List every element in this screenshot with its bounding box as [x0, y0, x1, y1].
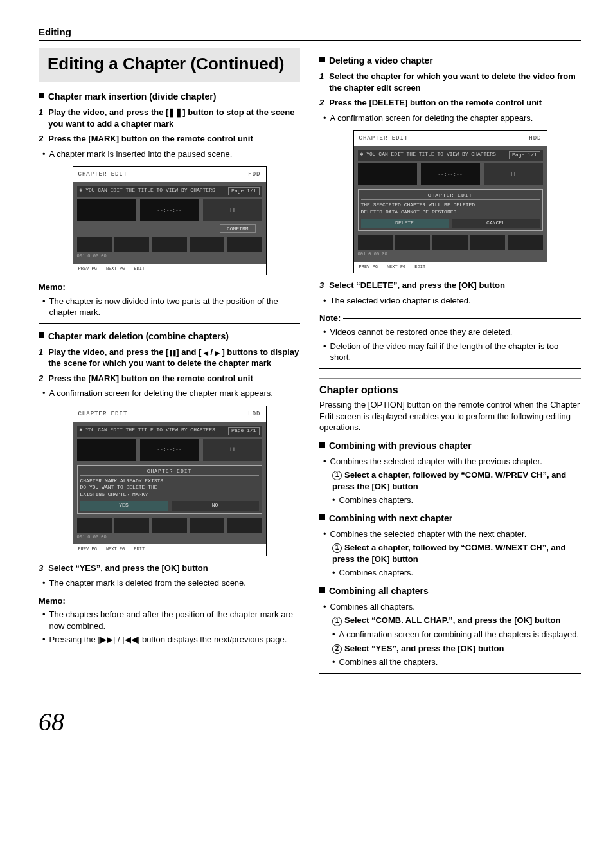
fig-timecode: 001 0:00:00	[77, 534, 262, 540]
bullet: • The selected video chapter is deleted.	[323, 295, 581, 307]
bullet-dot-icon: •	[332, 494, 335, 506]
foot-prev: PREV PG	[78, 547, 97, 552]
t: ] and [	[176, 347, 204, 357]
note-content: Videos cannot be restored once they are …	[330, 327, 513, 338]
step-text: Press the [DELETE] button on the remote …	[329, 97, 542, 109]
square-bullet-icon	[319, 57, 325, 62]
section-c-heading: Deleting a video chapter	[319, 55, 581, 67]
note-bullet: • Videos cannot be restored once they ar…	[323, 327, 581, 338]
square-bullet-icon	[319, 587, 325, 593]
section-b-heading: Chapter mark deletion (combine chapters)	[39, 330, 300, 343]
bullet-text: The selected video chapter is deleted.	[330, 295, 471, 307]
fig-page: Page 1/1	[509, 151, 540, 159]
bullet-dot-icon: •	[42, 149, 46, 160]
bullet-dot-icon: •	[332, 629, 335, 640]
page-title: Editing a Chapter (Continued)	[48, 55, 291, 74]
combine-prev-heading: Combining with previous chapter	[319, 440, 581, 452]
memo-bullet: • The chapters before and after the posi…	[42, 609, 300, 631]
result-bullet: • A confirmation screen for combining al…	[332, 629, 581, 640]
square-bullet-icon	[39, 93, 44, 98]
note-content: Deletion of the video may fail if the le…	[330, 341, 581, 363]
fig-bar-text: YOU CAN EDIT THE TITLE TO VIEW BY CHAPTE…	[85, 427, 215, 433]
step-1: 1 Select the chapter for which you want …	[319, 71, 581, 93]
step-number: 2	[39, 373, 43, 384]
bullet-text: A confirmation screen for deleting the c…	[330, 113, 533, 124]
heading-text: Combining with previous chapter	[329, 440, 472, 452]
square-bullet-icon	[319, 514, 325, 520]
fig-time-slot: --:--:--	[140, 439, 199, 461]
bullet: • A confirmation screen for deleting the…	[323, 113, 581, 124]
memo-label: Memo:	[39, 282, 300, 293]
figure-chapter-edit-delete-mark: CHAPTER EDIT HDD ✱ YOU CAN EDIT THE TITL…	[73, 406, 267, 556]
step-2: 2 Press the [MARK] button on the remote …	[39, 373, 300, 384]
t: Play the video, and press the [	[48, 347, 168, 357]
bullet-text: A chapter mark is inserted into the paus…	[49, 149, 233, 160]
left-arrow-icon	[204, 347, 208, 357]
fig-timecode: 001 0:00:00	[358, 251, 543, 257]
figure-chapter-edit-confirm: CHAPTER EDIT HDD ✱ YOU CAN EDIT THE TITL…	[73, 166, 267, 275]
content-columns: Editing a Chapter (Continued) Chapter ma…	[39, 48, 581, 678]
bullet-dot-icon: •	[42, 634, 46, 646]
sub-step: 1Select a chapter, followed by “COMB. W/…	[332, 469, 581, 492]
foot-prev: PREV PG	[78, 266, 97, 272]
result-text: Combines chapters.	[339, 567, 414, 579]
foot-next: NEXT PG	[106, 266, 125, 272]
bullet-dot-icon: •	[323, 456, 326, 467]
heading-text: Chapter mark deletion (combine chapters)	[48, 330, 229, 343]
bullet-dot-icon: •	[323, 529, 326, 540]
fig-hdd-icon: HDD	[248, 410, 260, 418]
fig-bar-text: YOU CAN EDIT THE TITLE TO VIEW BY CHAPTE…	[85, 187, 215, 193]
fig-hdd-icon: HDD	[529, 134, 541, 142]
bullet: • A chapter mark is inserted into the pa…	[42, 149, 300, 160]
bullet-text: The chapter mark is deleted from the sel…	[49, 577, 246, 589]
bullet-dot-icon: •	[323, 341, 326, 363]
bullet: • Combines the selected chapter with the…	[323, 456, 581, 467]
step-text: Play the video, and press the [❚❚] butto…	[48, 107, 300, 129]
bullet: • The chapter mark is deleted from the s…	[42, 577, 300, 589]
heading-text: Chapter mark insertion (divide chapter)	[48, 91, 216, 103]
fig-hdd-icon: HDD	[248, 170, 260, 178]
yes-button: YES	[80, 501, 168, 511]
square-bullet-icon	[319, 442, 325, 448]
memo-text: Memo:	[39, 282, 66, 293]
result-bullet: • Combines chapters.	[332, 567, 581, 579]
bullet-text: A confirmation screen for deleting the c…	[49, 388, 273, 399]
dialog-title: CHAPTER EDIT	[361, 192, 540, 200]
fig-title: CHAPTER EDIT	[78, 170, 128, 178]
step-3: 3 Select “DELETE”, and press the [OK] bu…	[319, 280, 581, 291]
sub-step-text: Select a chapter, followed by “COMB. W/N…	[332, 543, 566, 564]
page-number: 68	[39, 705, 581, 739]
combine-all-heading: Combining all chapters	[319, 585, 581, 597]
bullet-dot-icon: •	[42, 577, 46, 589]
title-box: Editing a Chapter (Continued)	[39, 48, 300, 82]
foot-next: NEXT PG	[106, 547, 125, 552]
result-text: Combines chapters.	[339, 494, 414, 506]
step-1: 1 Play the video, and press the [] and […	[39, 347, 300, 369]
t: ] button displays the next/previous page…	[138, 635, 287, 644]
bullet-text: Combines the selected chapter with the p…	[330, 456, 542, 467]
fig-bar-text: YOU CAN EDIT THE TITLE TO VIEW BY CHAPTE…	[366, 151, 496, 157]
bullet-dot-icon: •	[323, 113, 326, 124]
confirm-button: CONFIRM	[220, 224, 256, 233]
fig-time-slot: --:--:--	[140, 199, 199, 221]
step-text: Press the [MARK] button on the remote co…	[48, 373, 253, 384]
step-number: 1	[39, 107, 43, 129]
note-text: Note:	[319, 312, 341, 324]
step-text: Select “YES”, and press the [OK] button	[48, 563, 208, 574]
t: /	[115, 635, 122, 644]
step-number: 3	[39, 563, 43, 574]
step-number: 1	[319, 71, 324, 93]
step-text: Play the video, and press the [] and [ /…	[48, 347, 300, 369]
memo-bullet: • Pressing the [▶▶| / |◀◀] button displa…	[42, 634, 300, 646]
memo-content: The chapter is now divided into two part…	[49, 296, 300, 318]
fig-title: CHAPTER EDIT	[359, 134, 409, 142]
heading-text: Combining with next chapter	[329, 512, 452, 525]
result-bullet: • Combines chapters.	[332, 494, 581, 506]
sub-step: 1Select “COMB. ALL CHAP.”, and press the…	[332, 615, 581, 626]
right-column: Deleting a video chapter 1 Select the ch…	[319, 48, 581, 678]
step-text: Select “DELETE”, and press the [OK] butt…	[329, 280, 505, 291]
result-text: Combines all the chapters.	[339, 656, 438, 668]
cancel-button: CANCEL	[452, 219, 540, 228]
step-1: 1 Play the video, and press the [❚❚] but…	[39, 107, 300, 129]
bullet: • A confirmation screen for deleting the…	[42, 388, 300, 399]
